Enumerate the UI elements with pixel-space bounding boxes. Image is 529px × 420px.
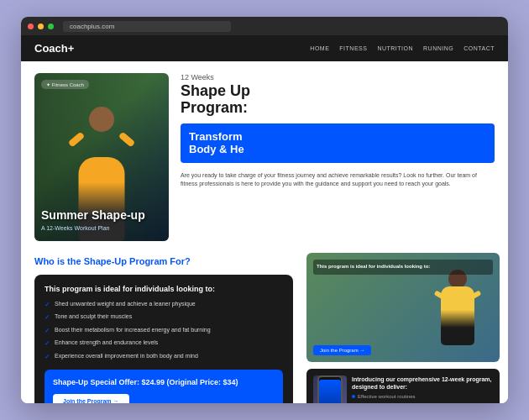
program-ideal-card: This program is ideal for individuals lo…: [34, 275, 293, 403]
nav-home[interactable]: HOME: [310, 45, 329, 51]
person-card-image: This program is ideal for individuals lo…: [306, 253, 500, 362]
browser-toolbar: coachplus.com: [21, 17, 508, 35]
nav-nutrition[interactable]: NUTRITION: [377, 45, 413, 51]
dot-icon-1: [352, 395, 355, 398]
transform-text: Transform Body & He: [189, 130, 486, 156]
site-logo[interactable]: Coach+: [34, 42, 74, 55]
check-icon-3: ✓: [45, 327, 50, 335]
hero-title: Summer Shape-up: [41, 209, 162, 222]
right-join-button[interactable]: Join the Program →: [313, 345, 371, 355]
hero-image: ✦ Fitness Coach Summer Shape-up A 12-Wee…: [34, 73, 169, 241]
close-dot[interactable]: [28, 24, 34, 29]
who-section-heading: Who is the Shape-Up Program For?: [34, 256, 293, 266]
introducing-card-content: Introducing our comprehensive 12-week pr…: [352, 375, 493, 403]
check-icon-4: ✓: [45, 339, 50, 348]
hero-section: ✦ Fitness Coach Summer Shape-up A 12-Wee…: [21, 61, 508, 253]
introducing-title: Introducing our comprehensive 12-week pr…: [352, 375, 493, 391]
navigation: Coach+ HOME FITNESS NUTRITION RUNNING CO…: [21, 35, 508, 61]
browser-window: coachplus.com Coach+ HOME FITNESS NUTRIT…: [21, 17, 508, 403]
bullet-5: ✓ Experience overall improvement in both…: [45, 352, 283, 361]
phone-icon: [317, 375, 343, 403]
right-card-overlay-title: This program is ideal for individuals lo…: [317, 263, 490, 270]
bullet-1: ✓ Shed unwanted weight and achieve a lea…: [45, 300, 283, 309]
bullet-row-2: Nutritional guidance: [352, 402, 493, 403]
transform-banner: Transform Body & He: [181, 123, 495, 163]
site-wrapper: Coach+ HOME FITNESS NUTRITION RUNNING CO…: [21, 35, 508, 403]
nav-contact[interactable]: CONTACT: [464, 45, 495, 51]
check-icon-5: ✓: [45, 353, 50, 361]
right-column: This program is ideal for individuals lo…: [306, 253, 508, 403]
hero-subtitle: A 12-Weeks Workout Plan: [41, 225, 162, 231]
check-icon-1: ✓: [45, 301, 50, 309]
url-bar[interactable]: coachplus.com: [63, 21, 231, 32]
price-section: Shape-Up Special Offer: $24.99 (Original…: [45, 370, 283, 403]
phone-screen: [319, 380, 341, 403]
join-program-button[interactable]: Join the Program →: [53, 394, 129, 403]
hero-text-overlay: Summer Shape-up A 12-Weeks Workout Plan: [41, 209, 162, 231]
bullet-2: ✓ Tone and sculpt their muscles: [45, 312, 283, 322]
program-eyebrow: 12 Weeks: [181, 73, 495, 81]
price-title: Shape-Up Special Offer: $24.99 (Original…: [53, 378, 275, 386]
minimize-dot[interactable]: [38, 24, 44, 29]
nav-fitness[interactable]: FITNESS: [339, 45, 367, 51]
maximize-dot[interactable]: [48, 24, 54, 29]
main-content: Who is the Shape-Up Program For? This pr…: [21, 253, 508, 403]
card-title: This program is ideal for individuals lo…: [45, 285, 283, 293]
hero-description: Are you ready to take charge of your fit…: [181, 171, 495, 189]
introducing-card-image: [313, 375, 347, 403]
nav-links: HOME FITNESS NUTRITION RUNNING CONTACT: [310, 45, 495, 51]
nav-running[interactable]: RUNNING: [423, 45, 453, 51]
bullet-3: ✓ Boost their metabolism for increased e…: [45, 326, 283, 335]
bullet-row-1: Effective workout routines: [352, 393, 493, 400]
bullet-list: ✓ Shed unwanted weight and achieve a lea…: [45, 300, 283, 361]
bullet-4: ✓ Enhance strength and endurance levels: [45, 339, 283, 348]
program-title: Shape Up Program:: [181, 83, 495, 117]
introducing-card: Introducing our comprehensive 12-week pr…: [306, 369, 500, 403]
check-icon-2: ✓: [45, 313, 50, 322]
left-column: Who is the Shape-Up Program For? This pr…: [21, 253, 306, 403]
hero-content: 12 Weeks Shape Up Program: Transform Bod…: [181, 73, 495, 241]
